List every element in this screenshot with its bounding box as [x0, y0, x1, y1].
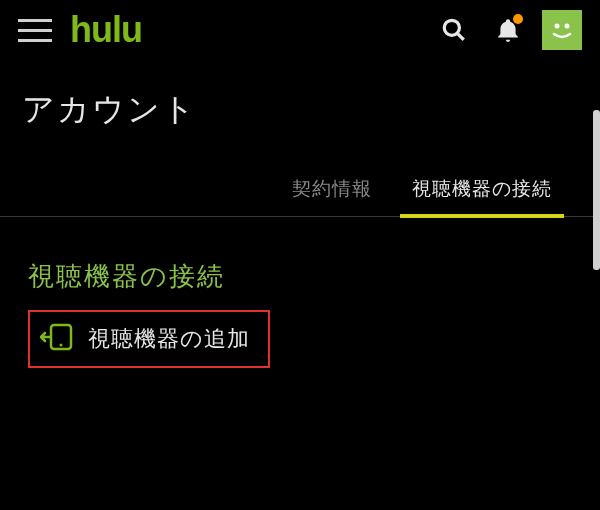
- section-title: 視聴機器の接続: [28, 259, 572, 294]
- notification-bell-icon[interactable]: [488, 10, 528, 50]
- hulu-logo[interactable]: hulu: [70, 12, 142, 48]
- tabs: 契約情報 視聴機器の接続: [0, 162, 600, 217]
- device-connection-section: 視聴機器の接続 視聴機器の追加: [0, 217, 600, 368]
- page-title: アカウント: [0, 60, 600, 162]
- svg-point-2: [555, 24, 560, 29]
- tab-contract-info[interactable]: 契約情報: [272, 162, 392, 216]
- svg-point-0: [444, 20, 459, 35]
- profile-avatar[interactable]: [542, 10, 582, 50]
- app-header: hulu: [0, 0, 600, 60]
- notification-dot-icon: [513, 14, 523, 24]
- scrollbar-thumb[interactable]: [593, 110, 600, 270]
- svg-point-5: [60, 344, 63, 347]
- tab-device-connection[interactable]: 視聴機器の接続: [392, 162, 572, 216]
- search-icon[interactable]: [434, 10, 474, 50]
- menu-icon[interactable]: [18, 19, 52, 42]
- add-device-icon: [40, 322, 74, 356]
- add-device-button[interactable]: 視聴機器の追加: [28, 310, 270, 368]
- svg-line-1: [458, 34, 464, 40]
- svg-point-3: [565, 24, 570, 29]
- add-device-label: 視聴機器の追加: [88, 324, 250, 354]
